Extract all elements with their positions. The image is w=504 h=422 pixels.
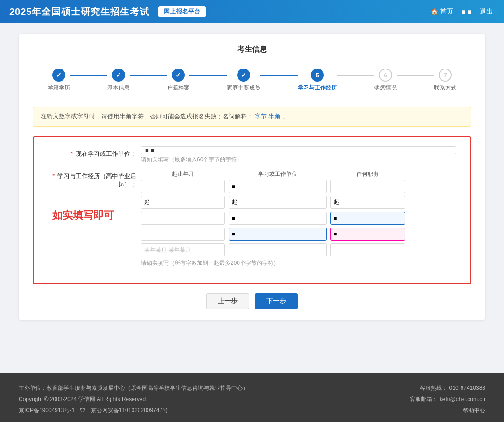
- notice-link-halfwidth[interactable]: 半角: [268, 113, 280, 120]
- platform-badge: 网上报名平台: [158, 6, 206, 17]
- step-3: 户籍档案: [167, 69, 189, 92]
- step-label-6: 奖惩情况: [374, 84, 397, 92]
- we-row-1: [141, 180, 456, 193]
- footer-help[interactable]: 帮助中心: [410, 405, 485, 416]
- current-work-col: 请如实填写（最多输入60个字节的字符）: [141, 146, 456, 164]
- main-container: 考生信息 学籍学历 基本信息 户籍档案 家庭主: [0, 23, 504, 373]
- step-label-7: 联系方式: [434, 84, 456, 92]
- notice-link-byte[interactable]: 字节: [255, 113, 267, 120]
- step-line-5: [337, 75, 374, 76]
- next-button[interactable]: 下一步: [255, 293, 298, 309]
- help-link[interactable]: 帮助中心: [463, 407, 485, 414]
- col-header-unit: 学习或工作单位: [229, 170, 327, 178]
- home-link[interactable]: 🏠 首页: [430, 7, 453, 16]
- step-label-5: 学习与工作经历: [298, 84, 337, 92]
- we-row-5: [141, 243, 456, 256]
- we-duty-4[interactable]: [330, 228, 405, 241]
- btn-row: 上一步 下一步: [33, 293, 471, 309]
- we-unit-4[interactable]: [229, 228, 327, 241]
- prev-button[interactable]: 上一步: [206, 293, 249, 309]
- work-exp-hint: 请如实填写（所有字数加到一起最多200个字节的字符）: [141, 259, 456, 267]
- step-label-2: 基本信息: [107, 84, 130, 92]
- step-label-3: 户籍档案: [167, 84, 189, 92]
- footer-left: 主办单位：教育部学生服务与素质发展中心（原全国高等学校学生信息咨询与就业指导中心…: [19, 382, 248, 416]
- step-line-3: [189, 75, 227, 76]
- step-circle-6: 6: [379, 69, 392, 82]
- we-row-3: [141, 212, 456, 225]
- we-unit-3[interactable]: [229, 212, 327, 225]
- header: 2025年全国硕士研究生招生考试 网上报名平台 🏠 首页 ■ ■ 退出: [0, 0, 504, 23]
- we-date-4[interactable]: [141, 228, 225, 241]
- we-date-1[interactable]: [141, 180, 225, 193]
- we-unit-2[interactable]: [229, 196, 327, 209]
- card-title: 考生信息: [33, 45, 471, 55]
- step-label-4: 家庭主要成员: [227, 84, 260, 92]
- step-circle-2: [112, 69, 125, 82]
- step-circle-3: [172, 69, 185, 82]
- we-unit-5[interactable]: [229, 243, 327, 256]
- we-date-3[interactable]: [141, 212, 225, 225]
- footer-top: 主办单位：教育部学生服务与素质发展中心（原全国高等学校学生信息咨询与就业指导中心…: [19, 382, 485, 416]
- step-2: 基本信息: [107, 69, 130, 92]
- current-work-hint: 请如实填写（最多输入60个字节的字符）: [141, 156, 456, 164]
- step-1: 学籍学历: [48, 69, 70, 92]
- step-line-1: [70, 75, 107, 76]
- we-row-2: [141, 196, 456, 209]
- step-line-6: [397, 75, 434, 76]
- footer-organizer: 主办单位：教育部学生服务与素质发展中心（原全国高等学校学生信息咨询与就业指导中心…: [19, 382, 248, 394]
- separator: ■ ■: [462, 8, 471, 15]
- footer-right: 客服热线： 010-67410388 客服邮箱： kefu@chsi.com.c…: [410, 382, 485, 416]
- steps-bar: 学籍学历 基本信息 户籍档案 家庭主要成员 5: [33, 64, 471, 97]
- col-header-date: 起止年月: [141, 170, 225, 178]
- current-work-row: * 现在学习或工作单位： 请如实填写（最多输入60个字节的字符）: [48, 146, 456, 164]
- step-5: 5 学习与工作经历: [298, 69, 337, 92]
- step-line-4: [260, 75, 298, 76]
- required-mark-2: *: [52, 173, 55, 180]
- step-circle-1: [52, 69, 65, 82]
- main-card: 考生信息 学籍学历 基本信息 户籍档案 家庭主: [19, 34, 485, 320]
- step-circle-7: 7: [439, 69, 452, 82]
- site-title: 2025年全国硕士研究生招生考试: [9, 6, 150, 18]
- we-unit-1[interactable]: [229, 180, 327, 193]
- step-4: 家庭主要成员: [227, 69, 260, 92]
- step-line-2: [130, 75, 167, 76]
- we-duty-3[interactable]: [330, 212, 405, 225]
- annotation-text: 如实填写即可: [52, 208, 114, 222]
- we-date-5[interactable]: [141, 243, 225, 256]
- col-header-duty: 任何职务: [330, 170, 405, 178]
- we-duty-1[interactable]: [330, 180, 405, 193]
- step-circle-5: 5: [311, 69, 324, 82]
- footer-hotline: 客服热线： 010-67410388: [410, 382, 485, 394]
- step-label-1: 学籍学历: [48, 84, 70, 92]
- current-work-label: * 现在学习或工作单位：: [48, 146, 141, 158]
- footer-email: 客服邮箱： kefu@chsi.com.cn: [410, 394, 485, 405]
- required-mark: *: [70, 150, 73, 157]
- form-wrapper: * 现在学习或工作单位： 请如实填写（最多输入60个字节的字符） * 学习与工作…: [33, 136, 471, 284]
- we-duty-2[interactable]: [330, 196, 405, 209]
- logout-link[interactable]: 退出: [480, 7, 493, 16]
- footer-icp: 京ICP备19004913号-1 🛡 京公网安备11010202009747号: [19, 405, 248, 416]
- step-6: 6 奖惩情况: [374, 69, 397, 92]
- work-exp-label: * 学习与工作经历（高中毕业后起）：: [48, 170, 141, 189]
- home-icon: 🏠: [430, 8, 438, 15]
- notice-bar: 在输入数字或字母时，请使用半角字符，否则可能会造成报名失败；名词解释： 字节 半…: [33, 107, 471, 127]
- we-date-2[interactable]: [141, 196, 225, 209]
- step-7: 7 联系方式: [434, 69, 456, 92]
- we-duty-5[interactable]: [330, 243, 405, 256]
- header-nav: 🏠 首页 ■ ■ 退出: [430, 7, 493, 16]
- current-work-input[interactable]: [141, 146, 456, 154]
- we-col-headers: 起止年月 学习或工作单位 任何职务: [141, 170, 456, 178]
- work-exp-table: 起止年月 学习或工作单位 任何职务: [141, 170, 456, 267]
- footer-copyright: Copyright © 2003-2024 学信网 All Rights Res…: [19, 394, 248, 405]
- step-circle-4: [237, 69, 250, 82]
- footer: 主办单位：教育部学生服务与素质发展中心（原全国高等学校学生信息咨询与就业指导中心…: [0, 373, 504, 422]
- we-row-4: [141, 228, 456, 241]
